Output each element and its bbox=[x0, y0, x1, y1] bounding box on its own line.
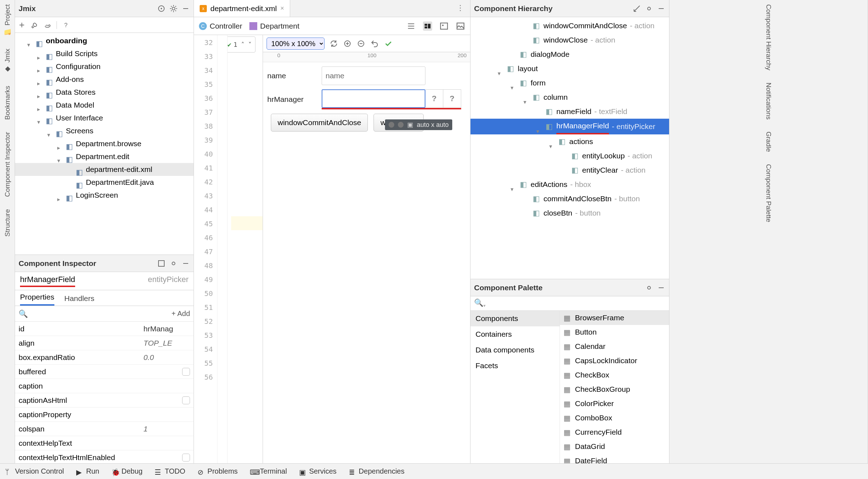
palette-item-ComboBox[interactable]: ▦ComboBox bbox=[560, 411, 669, 425]
palette-categories[interactable]: ComponentsContainersData componentsFacet… bbox=[470, 311, 560, 479]
help-icon[interactable]: ? bbox=[62, 21, 70, 29]
zoom-out-icon[interactable] bbox=[357, 39, 365, 48]
editor-tab[interactable]: x department-edit.xml × bbox=[194, 0, 290, 17]
prop-captionProperty[interactable]: captionProperty bbox=[15, 408, 194, 422]
status-run[interactable]: ▶Run bbox=[76, 467, 99, 475]
gradle-icon[interactable] bbox=[44, 21, 52, 29]
apply-icon[interactable] bbox=[384, 39, 392, 48]
jmix-project-tree[interactable]: ◧onboarding◧Build Scripts◧Configuration◧… bbox=[15, 33, 194, 255]
palette-item-ColorPicker[interactable]: ▦ColorPicker bbox=[560, 396, 669, 411]
gear-icon[interactable] bbox=[169, 259, 178, 268]
project-node[interactable]: ◧onboarding bbox=[15, 34, 194, 47]
hierarchy-tree[interactable]: ◧windowCommitAndClose - action◧windowClo… bbox=[470, 17, 669, 279]
preview-hrmanager-field[interactable] bbox=[322, 89, 425, 108]
hier-column[interactable]: ◧column bbox=[470, 90, 669, 104]
hier-form[interactable]: ◧form bbox=[470, 76, 669, 90]
project-node[interactable]: ◧Department.edit bbox=[15, 150, 194, 163]
preview-clear-button[interactable]: ? bbox=[443, 89, 461, 108]
code-view[interactable]: ✔ ✓ 1 ˄ ˅ 1 ˄ ˅ <action id="w capti icon… bbox=[228, 35, 263, 464]
checkbox[interactable] bbox=[182, 396, 190, 404]
hier-entityClear[interactable]: ◧entityClear - action bbox=[470, 163, 669, 177]
wrench-icon[interactable] bbox=[31, 21, 39, 29]
status-version-control[interactable]: ᛘVersion Control bbox=[5, 467, 64, 475]
crumb-entity[interactable]: Department bbox=[249, 22, 299, 30]
inspector-add-button[interactable]: + Add bbox=[171, 310, 190, 318]
palette-item-CheckBoxGroup[interactable]: ▦CheckBoxGroup bbox=[560, 382, 669, 396]
palette-cat-data-components[interactable]: Data components bbox=[470, 342, 560, 358]
hier-editActions[interactable]: ◧editActions - hbox bbox=[470, 177, 669, 192]
project-node[interactable]: ◧Data Stores bbox=[15, 86, 194, 99]
palette-item-CapsLockIndicator[interactable]: ▦CapsLockIndicator bbox=[560, 354, 669, 368]
project-node[interactable]: ◧Department.browse bbox=[15, 137, 194, 150]
hier-commitAndCloseBtn[interactable]: ◧commitAndCloseBtn - button bbox=[470, 192, 669, 206]
minimize-icon[interactable] bbox=[181, 259, 190, 268]
project-node[interactable]: ◧User Interface bbox=[15, 112, 194, 124]
gear-icon[interactable] bbox=[645, 4, 653, 13]
palette-cat-facets[interactable]: Facets bbox=[470, 358, 560, 374]
tab-properties[interactable]: Properties bbox=[20, 293, 54, 306]
project-node[interactable]: ◧LoginScreen bbox=[15, 189, 194, 202]
prop-align[interactable]: alignTOP_LE bbox=[15, 336, 194, 350]
status-dependencies[interactable]: ≣Dependencies bbox=[349, 467, 405, 475]
scroll-from-source-icon[interactable] bbox=[633, 4, 641, 13]
image-view-icon[interactable] bbox=[439, 21, 449, 31]
status-todo[interactable]: ☰TODO bbox=[155, 467, 185, 475]
status-services[interactable]: ▣Services bbox=[299, 467, 337, 475]
palette-item-Calendar[interactable]: ▦Calendar bbox=[560, 339, 669, 354]
project-node[interactable]: ◧Configuration bbox=[15, 60, 194, 73]
close-tab-icon[interactable]: × bbox=[281, 5, 284, 12]
gear-icon[interactable] bbox=[645, 283, 653, 292]
hier-layout[interactable]: ◧layout bbox=[470, 61, 669, 76]
hier-windowCommitAndClose[interactable]: ◧windowCommitAndClose - action bbox=[470, 19, 669, 33]
status-terminal[interactable]: ⌨Terminal bbox=[250, 467, 287, 475]
hier-nameField[interactable]: ◧nameField - textField bbox=[470, 104, 669, 119]
overflow-icon[interactable]: ⋮ bbox=[457, 4, 467, 14]
palette-items[interactable]: ▦BrowserFrame▦Button▦Calendar▦CapsLockIn… bbox=[560, 311, 669, 479]
strip-item-component-hierarchy[interactable]: Component Hierarchy bbox=[765, 2, 772, 73]
prop-id[interactable]: idhrManag bbox=[15, 322, 194, 336]
hier-hrManagerField[interactable]: ◧hrManagerField - entityPicker bbox=[470, 119, 669, 134]
prop-colspan[interactable]: colspan1 bbox=[15, 422, 194, 436]
strip-item-gradle[interactable]: Gradle bbox=[765, 129, 772, 154]
project-node[interactable]: ◧Build Scripts bbox=[15, 47, 194, 60]
minimize-icon[interactable] bbox=[657, 4, 665, 13]
window-icon[interactable] bbox=[157, 259, 166, 268]
prop-contextHelpText[interactable]: contextHelpText bbox=[15, 436, 194, 450]
prop-buffered[interactable]: buffered bbox=[15, 365, 194, 379]
hier-actions[interactable]: ◧actions bbox=[470, 134, 669, 149]
project-node[interactable]: ◧DepartmentEdit.java bbox=[15, 176, 194, 189]
add-icon[interactable] bbox=[18, 21, 26, 29]
palette-cat-components[interactable]: Components bbox=[470, 311, 560, 326]
palette-search[interactable]: 🔍▾ bbox=[470, 296, 669, 311]
project-node[interactable]: ◧Screens bbox=[15, 124, 194, 137]
strip-item-jmix[interactable]: ◆Jmix bbox=[4, 46, 11, 76]
list-view-icon[interactable] bbox=[406, 21, 416, 31]
status-debug[interactable]: 🐞Debug bbox=[111, 467, 142, 475]
project-node[interactable]: ◧Data Model bbox=[15, 99, 194, 112]
undo-icon[interactable] bbox=[370, 39, 379, 48]
strip-item-component-inspector[interactable]: Component Inspector bbox=[4, 130, 11, 199]
prop-caption[interactable]: caption bbox=[15, 379, 194, 393]
hier-dialogMode[interactable]: ◧dialogMode bbox=[470, 47, 669, 61]
inspector-search-input[interactable] bbox=[30, 310, 137, 318]
prop-contextHelpTextHtmlEnabled[interactable]: contextHelpTextHtmlEnabled bbox=[15, 450, 194, 465]
strip-item-notifications[interactable]: Notifications bbox=[765, 80, 772, 122]
project-node[interactable]: ◧department-edit.xml bbox=[15, 163, 194, 176]
strip-item-component-palette[interactable]: Component Palette bbox=[765, 162, 772, 224]
zoom-in-icon[interactable] bbox=[343, 39, 352, 48]
project-node[interactable]: ◧Add-ons bbox=[15, 73, 194, 86]
picture-view-icon[interactable] bbox=[456, 21, 465, 31]
strip-item-bookmarks[interactable]: Bookmarks bbox=[4, 84, 11, 122]
palette-item-CurrencyField[interactable]: ▦CurrencyField bbox=[560, 425, 669, 439]
preview-name-field[interactable]: name bbox=[322, 66, 425, 85]
gear-icon[interactable] bbox=[169, 4, 178, 13]
preview-lookup-button[interactable]: ? bbox=[425, 89, 443, 108]
palette-item-BrowserFrame[interactable]: ▦BrowserFrame bbox=[560, 311, 669, 325]
tab-handlers[interactable]: Handlers bbox=[64, 294, 94, 306]
checkbox[interactable] bbox=[182, 454, 190, 461]
problems-widget[interactable]: ✔ ✓ 1 ˄ ˅ 1 ˄ ˅ bbox=[228, 36, 255, 53]
minimize-icon[interactable] bbox=[181, 4, 190, 13]
preview-canvas[interactable]: name name hrManager ? ? windowCommitAndC… bbox=[263, 62, 470, 464]
refresh-icon[interactable] bbox=[330, 39, 338, 48]
prop-box.expandRatio[interactable]: box.expandRatio0.0 bbox=[15, 350, 194, 365]
